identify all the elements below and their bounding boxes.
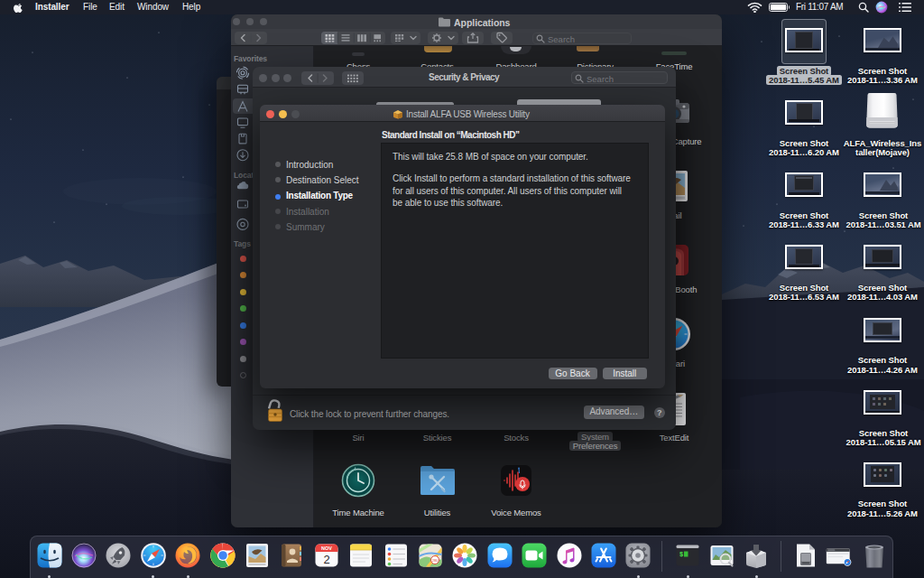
svg-text:$: $ [679, 551, 683, 558]
svg-text:2: 2 [323, 553, 329, 566]
svg-text:NOV: NOV [321, 545, 332, 551]
svg-text:280: 280 [432, 558, 439, 563]
